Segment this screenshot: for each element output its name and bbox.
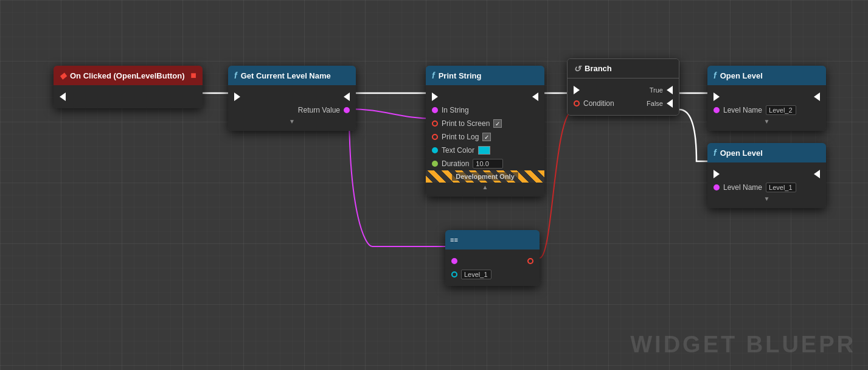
watermark-text: WIDGET BLUEPR — [630, 332, 856, 358]
getcurrent-return-label: Return Value — [298, 106, 340, 114]
printstring-collapse[interactable]: ▲ — [426, 183, 544, 192]
openlevel2-levelname-value[interactable]: Level_1 — [766, 183, 796, 192]
branch-false-pin[interactable] — [667, 99, 673, 108]
openlevel1-exec-out-pin[interactable] — [814, 92, 820, 101]
node-printstring-instring-row: In String — [426, 103, 544, 117]
branch-condition-label: Condition — [583, 99, 614, 108]
openlevel2-collapse[interactable]: ▼ — [707, 194, 826, 203]
node-printstring-printtolog-row: Print to Log ✓ — [426, 130, 544, 144]
node-onclicked-icon: ◆ — [60, 71, 66, 80]
node-printstring-title: Print String — [439, 71, 482, 80]
node-onclicked-body — [54, 85, 203, 108]
printtoscreen-checkbox[interactable]: ✓ — [493, 119, 502, 128]
node-printstring-body: In String Print to Screen ✓ Print to Log… — [426, 85, 544, 197]
openlevel2-levelname-pin[interactable] — [713, 184, 720, 190]
node-openlevel2-body: Level Name Level_1 ▼ — [707, 162, 826, 208]
printstring-exec-out-pin[interactable] — [532, 92, 538, 101]
printtolog-checkbox[interactable]: ✓ — [482, 133, 491, 141]
equal-value-pin[interactable] — [451, 271, 457, 278]
node-openlevel2-levelname-row: Level Name Level_1 — [707, 181, 826, 194]
printstring-printtolog-label: Print to Log — [442, 133, 479, 141]
node-openlevel1-levelname-row: Level Name Level_2 — [707, 103, 826, 117]
node-openlevel1-body: Level Name Level_2 ▼ — [707, 85, 826, 131]
node-equal-body: Level_1 — [445, 250, 540, 286]
printstring-printtoscreen-label: Print to Screen — [442, 119, 490, 128]
node-openlevel1-exec-row — [707, 90, 826, 103]
node-branch-title: Branch — [585, 64, 612, 73]
node-branch-condition-row: Condition False — [568, 97, 679, 110]
openlevel2-exec-in-pin[interactable] — [713, 170, 720, 178]
node-branch-body: True Condition False — [568, 79, 679, 115]
node-printstring-exec-row — [426, 90, 544, 103]
node-branch-header: ↺ Branch — [568, 59, 679, 79]
node-branch-icon: ↺ — [574, 64, 581, 74]
printstring-exec-in-pin[interactable] — [432, 92, 438, 101]
printstring-printtoscreen-pin[interactable] — [432, 120, 438, 127]
node-getcurrent-title: Get Current Level Name — [241, 71, 331, 80]
node-openlevel2-title: Open Level — [720, 148, 763, 158]
node-printstring-textcolor-row: Text Color — [426, 144, 544, 157]
node-get-current-level: f Get Current Level Name Return Value ▼ — [228, 66, 356, 131]
node-equal-title: ≡≡ — [450, 236, 458, 243]
equal-output-pin[interactable] — [527, 258, 533, 264]
printstring-instring-label: In String — [442, 106, 469, 114]
openlevel1-levelname-pin[interactable] — [713, 107, 720, 113]
getcurrent-collapse[interactable]: ▼ — [228, 117, 356, 126]
node-equal-header: ≡≡ — [445, 230, 540, 250]
printstring-color-swatch[interactable] — [478, 146, 490, 155]
printstring-instring-pin[interactable] — [432, 107, 438, 113]
node-openlevel1-icon: f — [713, 71, 717, 80]
devonly-label: Development Only — [452, 172, 518, 181]
getcurrent-exec-out-pin[interactable] — [344, 92, 350, 101]
getcurrent-exec-in-pin[interactable] — [234, 92, 240, 101]
node-equal-value-row: Level_1 — [445, 268, 540, 281]
node-openlevel2-header: f Open Level — [707, 143, 826, 162]
branch-true-label: True — [650, 86, 663, 94]
node-printstring-duration-row: Duration 10.0 — [426, 157, 544, 170]
branch-true-pin[interactable] — [667, 86, 673, 94]
node-branch-exec-row: True — [568, 83, 679, 97]
node-on-clicked: ◆ On Clicked (OpenLevelButton) ■ — [54, 66, 203, 108]
openlevel1-levelname-label: Level Name — [723, 106, 762, 114]
printstring-duration-label: Duration — [442, 159, 469, 168]
node-openlevel1-title: Open Level — [720, 71, 763, 80]
node-printstring-devonly: Development Only — [426, 170, 544, 183]
node-getcurrent-icon: f — [234, 71, 237, 80]
equal-input-pin[interactable] — [451, 258, 457, 264]
node-printstring-icon: f — [432, 71, 435, 80]
node-printstring-header: f Print String — [426, 66, 544, 85]
printstring-duration-pin[interactable] — [432, 161, 438, 167]
getcurrent-return-pin[interactable] — [344, 107, 350, 113]
printstring-textcolor-label: Text Color — [442, 146, 474, 155]
openlevel1-collapse[interactable]: ▼ — [707, 117, 826, 126]
branch-exec-in-pin[interactable] — [574, 86, 580, 94]
node-getcurrent-exec-row — [228, 90, 356, 103]
printstring-duration-value[interactable]: 10.0 — [473, 159, 503, 169]
node-openlevel1-header: f Open Level — [707, 66, 826, 85]
node-onclicked-title: On Clicked (OpenLevelButton) — [70, 71, 185, 80]
branch-false-label: False — [647, 100, 663, 107]
node-printstring-printtoscreen-row: Print to Screen ✓ — [426, 117, 544, 130]
node-equal-compare: ≡≡ Level_1 — [445, 230, 540, 286]
node-print-string: f Print String In String Print to Screen… — [426, 66, 544, 197]
node-branch: ↺ Branch True Condition False — [567, 58, 679, 116]
onclicked-close-icon[interactable]: ■ — [190, 70, 196, 81]
openlevel1-exec-in-pin[interactable] — [713, 92, 720, 101]
node-openlevel2-icon: f — [713, 148, 717, 158]
node-onclicked-header: ◆ On Clicked (OpenLevelButton) ■ — [54, 66, 203, 85]
printstring-textcolor-pin[interactable] — [432, 147, 438, 153]
node-open-level-2: f Open Level Level Name Level_1 ▼ — [707, 143, 826, 208]
openlevel2-exec-out-pin[interactable] — [814, 170, 820, 178]
node-getcurrent-body: Return Value ▼ — [228, 85, 356, 131]
node-getcurrent-header: f Get Current Level Name — [228, 66, 356, 85]
equal-value-field[interactable]: Level_1 — [461, 270, 491, 279]
node-onclicked-exec-row — [54, 90, 203, 103]
openlevel1-levelname-value[interactable]: Level_2 — [766, 105, 796, 115]
node-equal-input-row — [445, 254, 540, 268]
openlevel2-levelname-label: Level Name — [723, 183, 762, 192]
branch-condition-pin[interactable] — [574, 100, 580, 106]
node-open-level-1: f Open Level Level Name Level_2 ▼ — [707, 66, 826, 131]
printstring-printtolog-pin[interactable] — [432, 134, 438, 140]
onclicked-exec-out-pin[interactable] — [60, 92, 66, 101]
node-openlevel2-exec-row — [707, 167, 826, 181]
